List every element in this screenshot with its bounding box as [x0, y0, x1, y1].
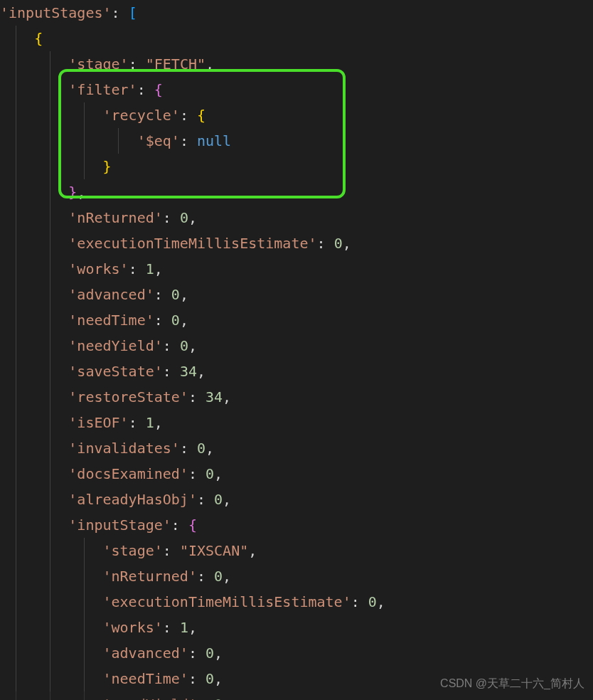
code-line: 'nReturned': 0,	[0, 205, 593, 230]
json-value: 0	[197, 440, 205, 457]
code-line: 'filter': {	[0, 77, 593, 102]
code-line: 'stage': "FETCH",	[0, 51, 593, 77]
json-key: 'alreadyHasObj'	[68, 491, 197, 508]
json-key: 'inputStage'	[68, 516, 171, 534]
code-line: 'saveState': 34,	[0, 359, 593, 384]
code-line: 'inputStage': {	[0, 512, 593, 538]
json-key: 'works'	[103, 619, 163, 636]
json-key: 'needYield'	[68, 337, 162, 354]
code-line: 'invalidates': 0,	[0, 435, 593, 461]
code-line: 'recycle': {	[0, 102, 593, 128]
json-value: 0	[214, 696, 223, 700]
json-value: 0	[180, 337, 188, 354]
json-value: 0	[368, 593, 377, 610]
code-line: 'executionTimeMillisEstimate': 0,	[0, 589, 593, 615]
code-line: 'works': 1,	[0, 256, 593, 282]
json-key: 'invalidates'	[68, 440, 180, 457]
json-key: 'docsExamined'	[68, 465, 188, 482]
code-line: {	[0, 26, 593, 51]
json-value: null	[197, 132, 231, 149]
code-line: },	[0, 179, 593, 205]
json-key: 'needYield'	[103, 696, 197, 700]
json-value: "FETCH"	[146, 55, 205, 73]
json-value: 1	[180, 619, 188, 636]
code-line: 'isEOF': 1,	[0, 410, 593, 435]
json-value: "IXSCAN"	[180, 542, 248, 559]
code-line: 'advanced': 0,	[0, 282, 593, 307]
code-line: 'stage': "IXSCAN",	[0, 538, 593, 563]
code-line: 'needTime': 0,	[0, 307, 593, 333]
json-key: 'saveState'	[68, 363, 162, 380]
json-key: 'works'	[68, 260, 128, 277]
json-key: 'needTime'	[103, 670, 188, 687]
json-key: 'executionTimeMillisEstimate'	[103, 593, 351, 610]
code-line: 'alreadyHasObj': 0,	[0, 487, 593, 512]
json-key: 'filter'	[68, 81, 137, 98]
code-line: 'inputStages': [	[0, 0, 593, 26]
code-line: 'executionTimeMillisEstimate': 0,	[0, 230, 593, 256]
json-value: 0	[214, 568, 223, 585]
json-value: 34	[180, 363, 197, 380]
code-line: 'nReturned': 0,	[0, 563, 593, 589]
json-value: 0	[171, 286, 180, 303]
code-line: 'works': 1,	[0, 615, 593, 640]
watermark: CSDN @天草二十六_简村人	[440, 674, 584, 694]
json-key: 'recycle'	[103, 107, 180, 124]
json-value: 1	[146, 414, 154, 431]
json-key: 'needTime'	[68, 312, 154, 329]
json-key: 'inputStages'	[0, 4, 112, 21]
json-key: 'executionTimeMillisEstimate'	[68, 235, 316, 252]
json-key: '$eq'	[137, 132, 180, 149]
code-line: 'docsExamined': 0,	[0, 461, 593, 487]
json-value: 34	[205, 388, 223, 405]
code-line: '$eq': null	[0, 128, 593, 154]
json-key: 'nReturned'	[68, 209, 162, 226]
json-value: 0	[205, 670, 214, 687]
json-value: 0	[205, 465, 214, 482]
json-key: 'isEOF'	[68, 414, 128, 431]
json-value: 0	[214, 491, 223, 508]
json-value: 0	[205, 645, 214, 662]
json-value: 0	[180, 209, 188, 226]
json-key: 'nReturned'	[103, 568, 197, 585]
json-key: 'stage'	[103, 542, 163, 559]
code-block: 'inputStages': [ { 'stage': "FETCH", 'fi…	[0, 0, 593, 700]
json-value: 0	[334, 235, 343, 252]
json-key: 'stage'	[68, 55, 128, 73]
json-key: 'restoreState'	[68, 388, 188, 405]
code-line: }	[0, 154, 593, 179]
code-line: 'needYield': 0,	[0, 333, 593, 359]
json-key: 'advanced'	[68, 286, 154, 303]
json-value: 0	[171, 312, 180, 329]
json-key: 'advanced'	[103, 645, 188, 662]
code-line: 'advanced': 0,	[0, 640, 593, 666]
code-line: 'restoreState': 34,	[0, 384, 593, 410]
json-value: 1	[146, 260, 154, 277]
